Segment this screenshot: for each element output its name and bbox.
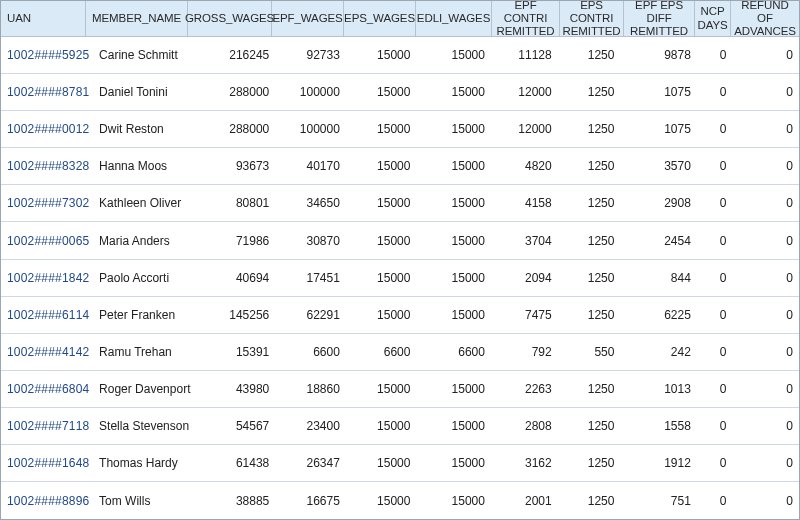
col-header-eps-wages[interactable]: EPS_WAGES <box>344 1 416 36</box>
value-cell: 92733 <box>275 48 346 62</box>
member-name-cell: Stella Stevenson <box>93 419 193 433</box>
col-header-uan[interactable]: UAN <box>1 1 86 36</box>
uan-cell[interactable]: 1002####1842 <box>1 271 93 285</box>
value-cell: 0 <box>732 196 799 210</box>
value-cell: 751 <box>620 494 696 508</box>
value-cell: 792 <box>491 345 558 359</box>
member-name-cell: Kathleen Oliver <box>93 196 193 210</box>
value-cell: 3570 <box>620 159 696 173</box>
value-cell: 1075 <box>620 85 696 99</box>
value-cell: 38885 <box>193 494 275 508</box>
value-cell: 0 <box>732 345 799 359</box>
col-header-refund[interactable]: REFUND OF ADVANCES <box>731 1 799 36</box>
value-cell: 71986 <box>193 234 275 248</box>
uan-cell[interactable]: 1002####6114 <box>1 308 93 322</box>
col-header-epf-wages[interactable]: EPF_WAGES <box>272 1 344 36</box>
col-header-gross-wages[interactable]: GROSS_WAGES <box>188 1 272 36</box>
value-cell: 1250 <box>558 419 621 433</box>
uan-cell[interactable]: 1002####8896 <box>1 494 93 508</box>
uan-cell[interactable]: 1002####0012 <box>1 122 93 136</box>
value-cell: 15000 <box>346 382 417 396</box>
col-header-member-name[interactable]: MEMBER_NAME <box>86 1 188 36</box>
value-cell: 15000 <box>346 271 417 285</box>
value-cell: 15000 <box>416 382 491 396</box>
value-cell: 7475 <box>491 308 558 322</box>
table-row: 1002####6804Roger Davenport4398018860150… <box>1 371 799 408</box>
value-cell: 15000 <box>346 419 417 433</box>
value-cell: 6225 <box>620 308 696 322</box>
member-name-cell: Roger Davenport <box>93 382 193 396</box>
value-cell: 93673 <box>193 159 275 173</box>
value-cell: 4820 <box>491 159 558 173</box>
member-name-cell: Daniel Tonini <box>93 85 193 99</box>
value-cell: 2808 <box>491 419 558 433</box>
value-cell: 15000 <box>416 234 491 248</box>
value-cell: 34650 <box>275 196 346 210</box>
value-cell: 15000 <box>416 308 491 322</box>
value-cell: 1912 <box>620 456 696 470</box>
value-cell: 43980 <box>193 382 275 396</box>
value-cell: 61438 <box>193 456 275 470</box>
table-row: 1002####5925Carine Schmitt21624592733150… <box>1 37 799 74</box>
value-cell: 1250 <box>558 382 621 396</box>
value-cell: 9878 <box>620 48 696 62</box>
value-cell: 12000 <box>491 122 558 136</box>
value-cell: 0 <box>732 85 799 99</box>
value-cell: 0 <box>697 85 732 99</box>
value-cell: 3162 <box>491 456 558 470</box>
col-header-eps-contri[interactable]: EPS CONTRI REMITTED <box>560 1 624 36</box>
uan-cell[interactable]: 1002####8328 <box>1 159 93 173</box>
value-cell: 0 <box>732 382 799 396</box>
value-cell: 0 <box>697 234 732 248</box>
table-header-row: UAN MEMBER_NAME GROSS_WAGES EPF_WAGES EP… <box>1 1 799 37</box>
value-cell: 16675 <box>275 494 346 508</box>
value-cell: 2263 <box>491 382 558 396</box>
value-cell: 550 <box>558 345 621 359</box>
value-cell: 0 <box>732 122 799 136</box>
value-cell: 2908 <box>620 196 696 210</box>
value-cell: 0 <box>732 48 799 62</box>
uan-cell[interactable]: 1002####5925 <box>1 48 93 62</box>
table-row: 1002####1842Paolo Accorti406941745115000… <box>1 260 799 297</box>
col-header-epf-contri[interactable]: EPF CONTRI REMITTED <box>492 1 560 36</box>
uan-cell[interactable]: 1002####1648 <box>1 456 93 470</box>
value-cell: 1250 <box>558 48 621 62</box>
value-cell: 15000 <box>346 48 417 62</box>
col-header-diff[interactable]: EPF EPS DIFF REMITTED <box>624 1 695 36</box>
table-row: 1002####8781Daniel Tonini288000100000150… <box>1 74 799 111</box>
value-cell: 0 <box>732 456 799 470</box>
value-cell: 2094 <box>491 271 558 285</box>
value-cell: 15000 <box>346 159 417 173</box>
value-cell: 15391 <box>193 345 275 359</box>
value-cell: 288000 <box>193 85 275 99</box>
value-cell: 54567 <box>193 419 275 433</box>
value-cell: 216245 <box>193 48 275 62</box>
member-name-cell: Maria Anders <box>93 234 193 248</box>
col-header-edli-wages[interactable]: EDLI_WAGES <box>416 1 492 36</box>
uan-cell[interactable]: 1002####7302 <box>1 196 93 210</box>
uan-cell[interactable]: 1002####6804 <box>1 382 93 396</box>
value-cell: 0 <box>697 196 732 210</box>
col-header-ncp[interactable]: NCP DAYS <box>695 1 731 36</box>
value-cell: 6600 <box>416 345 491 359</box>
uan-cell[interactable]: 1002####0065 <box>1 234 93 248</box>
value-cell: 15000 <box>416 85 491 99</box>
uan-cell[interactable]: 1002####4142 <box>1 345 93 359</box>
value-cell: 0 <box>732 494 799 508</box>
value-cell: 62291 <box>275 308 346 322</box>
table-row: 1002####7302Kathleen Oliver8080134650150… <box>1 185 799 222</box>
member-name-cell: Ramu Trehan <box>93 345 193 359</box>
value-cell: 0 <box>697 308 732 322</box>
table-row: 1002####8896Tom Wills3888516675150001500… <box>1 482 799 519</box>
value-cell: 1250 <box>558 308 621 322</box>
value-cell: 242 <box>620 345 696 359</box>
value-cell: 26347 <box>275 456 346 470</box>
value-cell: 0 <box>697 494 732 508</box>
value-cell: 15000 <box>346 234 417 248</box>
value-cell: 145256 <box>193 308 275 322</box>
uan-cell[interactable]: 1002####7118 <box>1 419 93 433</box>
value-cell: 0 <box>697 382 732 396</box>
uan-cell[interactable]: 1002####8781 <box>1 85 93 99</box>
value-cell: 15000 <box>416 419 491 433</box>
value-cell: 1250 <box>558 234 621 248</box>
